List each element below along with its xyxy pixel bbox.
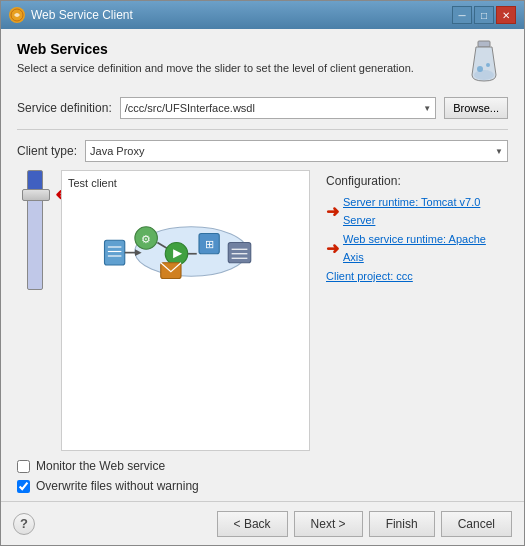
slider-thumb[interactable]: [22, 189, 50, 201]
svg-text:⚙: ⚙: [141, 233, 151, 245]
browse-button[interactable]: Browse...: [444, 97, 508, 119]
configuration-title: Configuration:: [326, 174, 500, 188]
server-runtime-link[interactable]: Server runtime: Tomcat v7.0 Server: [343, 194, 500, 229]
server-runtime-arrow: ➜: [326, 202, 339, 221]
separator-1: [17, 129, 508, 130]
header-text: Web Services Select a service definition…: [17, 41, 452, 76]
client-type-label: Client type:: [17, 144, 77, 158]
service-definition-value: /ccc/src/UFSInterface.wsdl: [125, 102, 255, 114]
web-services-icon: [460, 37, 508, 85]
checkboxes-section: Monitor the Web service Overwrite files …: [17, 459, 508, 493]
test-client-label: Test client: [68, 177, 303, 189]
service-definition-row: Service definition: /ccc/src/UFSInterfac…: [17, 97, 508, 119]
client-type-row: Client type: Java Proxy ▼: [17, 140, 508, 162]
client-project-row: Client project: ccc: [326, 268, 500, 286]
header-section: Web Services Select a service definition…: [17, 41, 508, 85]
slider-panel: ➜: [17, 170, 53, 451]
service-definition-combo[interactable]: /ccc/src/UFSInterface.wsdl ▼: [120, 97, 436, 119]
header-description: Select a service definition and move the…: [17, 61, 452, 76]
title-bar: Web Service Client ─ □ ✕: [1, 1, 524, 29]
overwrite-checkbox[interactable]: [17, 480, 30, 493]
svg-rect-6: [105, 240, 125, 265]
svg-rect-20: [228, 243, 251, 263]
diagram-area: ⚙ ⊞: [68, 193, 303, 283]
header-title: Web Services: [17, 41, 452, 57]
svg-rect-1: [478, 41, 490, 47]
monitor-checkbox[interactable]: [17, 460, 30, 473]
main-panel: ➜ Test client: [17, 170, 508, 451]
service-combo-arrow: ▼: [423, 104, 431, 113]
client-type-combo[interactable]: Java Proxy ▼: [85, 140, 508, 162]
svg-point-4: [486, 63, 490, 67]
main-window: Web Service Client ─ □ ✕ Web Services Se…: [0, 0, 525, 546]
web-service-runtime-link[interactable]: Web service runtime: Apache Axis: [343, 231, 500, 266]
overwrite-checkbox-row[interactable]: Overwrite files without warning: [17, 479, 508, 493]
svg-point-2: [474, 70, 494, 80]
next-button[interactable]: Next >: [294, 511, 363, 537]
client-type-value: Java Proxy: [90, 145, 144, 157]
maximize-button[interactable]: □: [474, 6, 494, 24]
server-runtime-row: ➜ Server runtime: Tomcat v7.0 Server: [326, 194, 500, 229]
slider-track[interactable]: [27, 170, 43, 290]
footer-buttons: < Back Next > Finish Cancel: [217, 511, 512, 537]
window-icon: [9, 7, 25, 23]
monitor-checkbox-row[interactable]: Monitor the Web service: [17, 459, 508, 473]
finish-button[interactable]: Finish: [369, 511, 435, 537]
dialog-footer: ? < Back Next > Finish Cancel: [1, 501, 524, 545]
title-bar-controls: ─ □ ✕: [452, 6, 516, 24]
dialog-content: Web Services Select a service definition…: [1, 29, 524, 501]
diagram-panel: Test client: [61, 170, 310, 451]
footer-left: ?: [13, 513, 35, 535]
cancel-button[interactable]: Cancel: [441, 511, 512, 537]
client-type-combo-arrow: ▼: [495, 147, 503, 156]
svg-point-3: [477, 66, 483, 72]
overwrite-label: Overwrite files without warning: [36, 479, 199, 493]
close-button[interactable]: ✕: [496, 6, 516, 24]
svg-text:⊞: ⊞: [205, 238, 214, 250]
monitor-label: Monitor the Web service: [36, 459, 165, 473]
web-service-runtime-arrow: ➜: [326, 239, 339, 258]
help-button[interactable]: ?: [13, 513, 35, 535]
diagram-svg: ⚙ ⊞: [68, 193, 303, 283]
back-button[interactable]: < Back: [217, 511, 288, 537]
minimize-button[interactable]: ─: [452, 6, 472, 24]
window-title: Web Service Client: [31, 8, 133, 22]
configuration-panel: Configuration: ➜ Server runtime: Tomcat …: [318, 170, 508, 451]
web-service-runtime-row: ➜ Web service runtime: Apache Axis: [326, 231, 500, 266]
client-project-link[interactable]: Client project: ccc: [326, 270, 413, 282]
title-bar-left: Web Service Client: [9, 7, 133, 23]
service-definition-label: Service definition:: [17, 101, 112, 115]
